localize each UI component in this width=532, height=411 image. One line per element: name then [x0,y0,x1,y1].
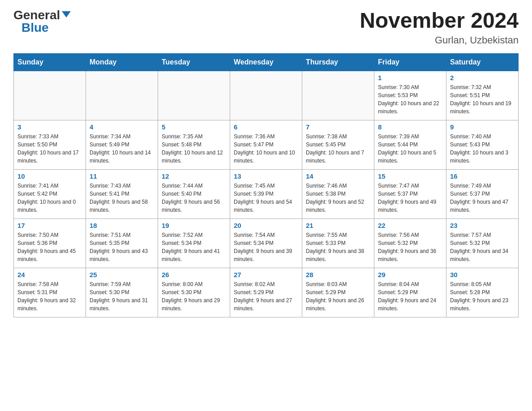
day-cell: 30Sunrise: 8:05 AMSunset: 5:28 PMDayligh… [446,268,519,317]
day-number: 26 [162,271,226,278]
day-number: 9 [450,123,515,131]
calendar-table: SundayMondayTuesdayWednesdayThursdayFrid… [13,53,519,317]
day-number: 25 [90,271,154,278]
day-number: 30 [450,271,515,278]
day-info: Sunrise: 7:36 AMSunset: 5:47 PMDaylight:… [234,133,298,165]
calendar-header-row: SundayMondayTuesdayWednesdayThursdayFrid… [14,53,519,71]
day-cell: 10Sunrise: 7:41 AMSunset: 5:42 PMDayligh… [14,169,86,218]
week-row-4: 17Sunrise: 7:50 AMSunset: 5:36 PMDayligh… [14,218,519,268]
day-info: Sunrise: 7:44 AMSunset: 5:40 PMDaylight:… [162,182,226,214]
day-cell: 12Sunrise: 7:44 AMSunset: 5:40 PMDayligh… [158,169,230,218]
day-cell: 11Sunrise: 7:43 AMSunset: 5:41 PMDayligh… [86,169,158,218]
day-number: 15 [378,172,442,180]
day-cell: 25Sunrise: 7:59 AMSunset: 5:30 PMDayligh… [86,268,158,317]
day-number: 17 [17,222,82,229]
day-info: Sunrise: 7:34 AMSunset: 5:49 PMDaylight:… [90,133,154,165]
day-info: Sunrise: 7:49 AMSunset: 5:37 PMDaylight:… [450,182,515,214]
day-info: Sunrise: 8:02 AMSunset: 5:29 PMDaylight:… [234,280,298,313]
day-info: Sunrise: 8:00 AMSunset: 5:30 PMDaylight:… [162,280,226,313]
day-info: Sunrise: 8:04 AMSunset: 5:29 PMDaylight:… [378,280,442,313]
day-number: 16 [450,172,515,180]
day-number: 2 [450,74,515,81]
day-number: 10 [17,172,82,180]
col-header-monday: Monday [86,53,158,71]
day-info: Sunrise: 7:51 AMSunset: 5:35 PMDaylight:… [90,231,154,263]
day-cell: 15Sunrise: 7:47 AMSunset: 5:37 PMDayligh… [374,169,446,218]
col-header-wednesday: Wednesday [230,53,302,71]
day-number: 12 [162,172,226,180]
day-cell: 28Sunrise: 8:03 AMSunset: 5:29 PMDayligh… [302,268,374,317]
day-cell: 17Sunrise: 7:50 AMSunset: 5:36 PMDayligh… [14,218,86,268]
day-number: 5 [162,123,226,131]
day-number: 3 [17,123,82,131]
day-cell [230,71,302,120]
day-number: 23 [450,222,515,229]
day-number: 19 [162,222,226,229]
day-cell: 29Sunrise: 8:04 AMSunset: 5:29 PMDayligh… [374,268,446,317]
day-cell: 21Sunrise: 7:55 AMSunset: 5:33 PMDayligh… [302,218,374,268]
day-number: 4 [90,123,154,131]
day-cell: 14Sunrise: 7:46 AMSunset: 5:38 PMDayligh… [302,169,374,218]
page-header: General Blue November 2024 Gurlan, Uzbek… [13,9,519,46]
day-number: 18 [90,222,154,229]
day-info: Sunrise: 7:47 AMSunset: 5:37 PMDaylight:… [378,182,442,214]
day-cell: 8Sunrise: 7:39 AMSunset: 5:44 PMDaylight… [374,120,446,169]
week-row-5: 24Sunrise: 7:58 AMSunset: 5:31 PMDayligh… [14,268,519,317]
day-number: 7 [306,123,370,131]
day-cell [302,71,374,120]
day-cell: 3Sunrise: 7:33 AMSunset: 5:50 PMDaylight… [14,120,86,169]
day-cell: 2Sunrise: 7:32 AMSunset: 5:51 PMDaylight… [446,71,519,120]
week-row-1: 1Sunrise: 7:30 AMSunset: 5:53 PMDaylight… [14,71,519,120]
day-number: 20 [234,222,298,229]
location-subtitle: Gurlan, Uzbekistan [360,34,519,46]
day-info: Sunrise: 7:52 AMSunset: 5:34 PMDaylight:… [162,231,226,263]
day-info: Sunrise: 7:57 AMSunset: 5:32 PMDaylight:… [450,231,515,263]
logo-blue-text: Blue [21,21,49,34]
day-number: 1 [378,74,442,81]
col-header-tuesday: Tuesday [158,53,230,71]
day-info: Sunrise: 7:30 AMSunset: 5:53 PMDaylight:… [378,83,442,116]
day-cell: 9Sunrise: 7:40 AMSunset: 5:43 PMDaylight… [446,120,519,169]
title-block: November 2024 Gurlan, Uzbekistan [360,9,519,46]
day-info: Sunrise: 7:58 AMSunset: 5:31 PMDaylight:… [17,280,82,313]
day-cell: 4Sunrise: 7:34 AMSunset: 5:49 PMDaylight… [86,120,158,169]
day-cell: 18Sunrise: 7:51 AMSunset: 5:35 PMDayligh… [86,218,158,268]
day-number: 11 [90,172,154,180]
day-number: 13 [234,172,298,180]
day-cell: 23Sunrise: 7:57 AMSunset: 5:32 PMDayligh… [446,218,519,268]
day-cell: 27Sunrise: 8:02 AMSunset: 5:29 PMDayligh… [230,268,302,317]
day-number: 14 [306,172,370,180]
day-info: Sunrise: 7:33 AMSunset: 5:50 PMDaylight:… [17,133,82,165]
day-cell: 26Sunrise: 8:00 AMSunset: 5:30 PMDayligh… [158,268,230,317]
day-cell: 13Sunrise: 7:45 AMSunset: 5:39 PMDayligh… [230,169,302,218]
day-cell: 19Sunrise: 7:52 AMSunset: 5:34 PMDayligh… [158,218,230,268]
day-info: Sunrise: 7:54 AMSunset: 5:34 PMDaylight:… [234,231,298,263]
day-info: Sunrise: 8:03 AMSunset: 5:29 PMDaylight:… [306,280,370,313]
day-cell: 5Sunrise: 7:35 AMSunset: 5:48 PMDaylight… [158,120,230,169]
day-cell [14,71,86,120]
day-cell: 24Sunrise: 7:58 AMSunset: 5:31 PMDayligh… [14,268,86,317]
day-info: Sunrise: 7:41 AMSunset: 5:42 PMDaylight:… [17,182,82,214]
day-number: 8 [378,123,442,131]
day-number: 6 [234,123,298,131]
day-number: 24 [17,271,82,278]
col-header-friday: Friday [374,53,446,71]
day-info: Sunrise: 7:32 AMSunset: 5:51 PMDaylight:… [450,83,515,116]
week-row-3: 10Sunrise: 7:41 AMSunset: 5:42 PMDayligh… [14,169,519,218]
day-number: 27 [234,271,298,278]
day-cell: 7Sunrise: 7:38 AMSunset: 5:45 PMDaylight… [302,120,374,169]
day-cell: 20Sunrise: 7:54 AMSunset: 5:34 PMDayligh… [230,218,302,268]
month-title: November 2024 [360,9,519,33]
day-cell: 1Sunrise: 7:30 AMSunset: 5:53 PMDaylight… [374,71,446,120]
day-info: Sunrise: 7:56 AMSunset: 5:32 PMDaylight:… [378,231,442,263]
day-cell: 16Sunrise: 7:49 AMSunset: 5:37 PMDayligh… [446,169,519,218]
day-cell: 6Sunrise: 7:36 AMSunset: 5:47 PMDaylight… [230,120,302,169]
day-info: Sunrise: 7:59 AMSunset: 5:30 PMDaylight:… [90,280,154,313]
day-info: Sunrise: 7:55 AMSunset: 5:33 PMDaylight:… [306,231,370,263]
day-number: 22 [378,222,442,229]
day-info: Sunrise: 7:45 AMSunset: 5:39 PMDaylight:… [234,182,298,214]
day-number: 28 [306,271,370,278]
day-info: Sunrise: 8:05 AMSunset: 5:28 PMDaylight:… [450,280,515,313]
logo-general-text: General [13,9,60,21]
col-header-sunday: Sunday [14,53,86,71]
